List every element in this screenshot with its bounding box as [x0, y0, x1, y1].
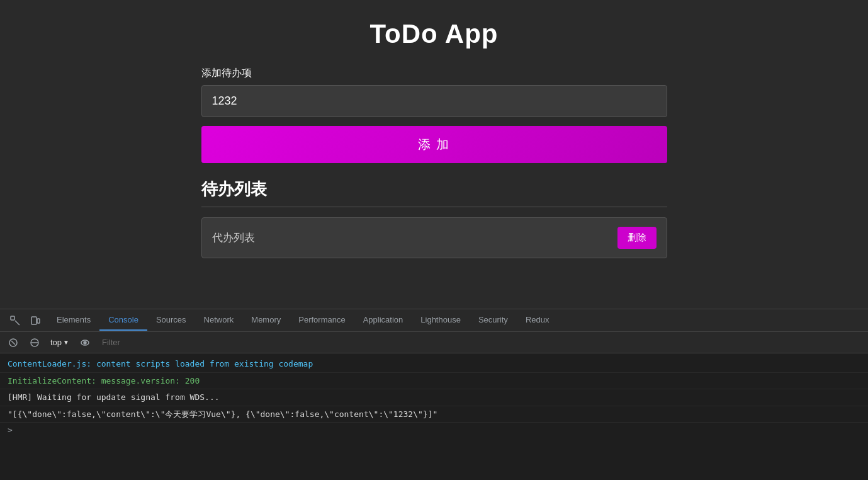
- add-button[interactable]: 添 加: [201, 126, 667, 163]
- filter-input[interactable]: [98, 336, 863, 348]
- tab-application[interactable]: Application: [354, 310, 412, 331]
- chevron-down-icon: ▼: [63, 339, 69, 346]
- input-label: 添加待办项: [201, 67, 667, 80]
- svg-rect-0: [11, 316, 14, 320]
- svg-point-8: [84, 341, 86, 344]
- devtools-panel: Elements Console Sources Network Memory …: [0, 309, 868, 480]
- console-line: [HMR] Waiting for update signal from WDS…: [0, 389, 868, 406]
- todo-input[interactable]: [201, 85, 667, 117]
- list-title: 待办列表: [201, 178, 667, 200]
- block-console-icon[interactable]: [26, 337, 43, 348]
- console-line: ContentLoader.js: content scripts loaded…: [0, 356, 868, 373]
- console-output: ContentLoader.js: content scripts loaded…: [0, 353, 868, 480]
- console-prompt: >: [0, 423, 868, 437]
- todo-item-text: 代办列表: [212, 231, 255, 245]
- tab-lighthouse[interactable]: Lighthouse: [412, 310, 470, 331]
- list-divider: [201, 207, 667, 207]
- tab-memory[interactable]: Memory: [242, 310, 290, 331]
- tab-security[interactable]: Security: [470, 310, 517, 331]
- devtools-tabs: Elements Console Sources Network Memory …: [48, 310, 558, 331]
- form-section: 添加待办项 添 加 待办列表 代办列表 删除: [201, 67, 667, 258]
- tab-network[interactable]: Network: [195, 310, 243, 331]
- eye-icon[interactable]: [77, 337, 93, 348]
- todo-item: 代办列表 删除: [201, 217, 667, 258]
- tab-console[interactable]: Console: [99, 310, 147, 331]
- console-line: "[{\"done\":false,\"content\":\"今天要学习Vue…: [0, 406, 868, 423]
- app-title: ToDo App: [370, 19, 499, 49]
- tab-sources[interactable]: Sources: [147, 310, 195, 331]
- svg-rect-1: [31, 317, 37, 324]
- tab-performance[interactable]: Performance: [290, 310, 354, 331]
- tab-redux[interactable]: Redux: [517, 310, 558, 331]
- console-line: InitializeContent: message.version: 200: [0, 373, 868, 390]
- app-container: ToDo App 添加待办项 添 加 待办列表 代办列表 删除: [0, 0, 868, 309]
- inspect-element-icon[interactable]: [5, 313, 25, 328]
- device-mode-icon[interactable]: [25, 313, 45, 328]
- devtools-tab-bar: Elements Console Sources Network Memory …: [0, 309, 868, 332]
- context-selector[interactable]: top ▼: [48, 336, 72, 348]
- svg-rect-2: [37, 319, 40, 323]
- svg-line-4: [11, 341, 15, 345]
- clear-console-icon[interactable]: [5, 337, 21, 348]
- console-filter-bar: top ▼: [0, 332, 868, 353]
- context-label: top: [50, 338, 62, 347]
- delete-button[interactable]: 删除: [617, 227, 657, 249]
- tab-elements[interactable]: Elements: [48, 310, 99, 331]
